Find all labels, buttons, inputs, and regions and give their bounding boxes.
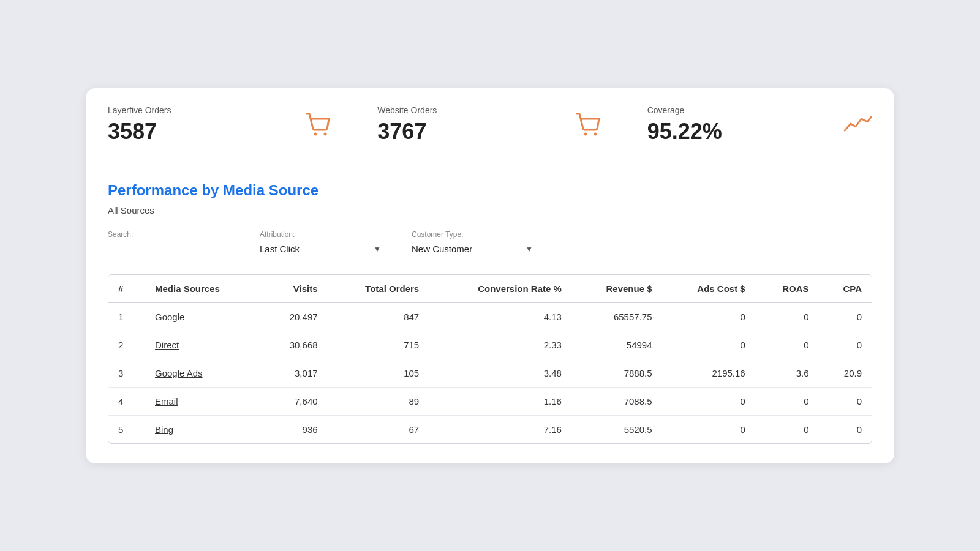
- source-link[interactable]: Bing: [155, 424, 173, 435]
- col-header-revenue: Revenue $: [571, 275, 662, 303]
- cell-num: 2: [108, 331, 145, 359]
- cell-revenue: 65557.75: [571, 302, 662, 331]
- cell-num: 4: [108, 387, 145, 415]
- table-row: 2 Direct 30,668 715 2.33 54994 0 0 0: [108, 331, 872, 359]
- cell-roas: 3.6: [755, 359, 819, 387]
- cell-ads-cost: 2195.16: [662, 359, 755, 387]
- table-body: 1 Google 20,497 847 4.13 65557.75 0 0 0 …: [108, 302, 872, 443]
- metric-coverage-text: Coverage 95.22%: [647, 105, 722, 144]
- cell-source: Google: [145, 302, 262, 331]
- cell-conversion-rate: 7.16: [429, 415, 571, 443]
- cell-total-orders: 105: [328, 359, 429, 387]
- table-row: 4 Email 7,640 89 1.16 7088.5 0 0 0: [108, 387, 872, 415]
- performance-table-wrapper: # Media Sources Visits Total Orders Conv…: [108, 274, 872, 444]
- attribution-label: Attribution:: [260, 230, 382, 239]
- cell-revenue: 5520.5: [571, 415, 662, 443]
- cell-total-orders: 89: [328, 387, 429, 415]
- metric-layerfive-text: Layerfive Orders 3587: [108, 105, 171, 144]
- metric-layerfive-label: Layerfive Orders: [108, 105, 171, 115]
- svg-point-2: [584, 132, 587, 135]
- trend-icon: [843, 109, 872, 141]
- source-link[interactable]: Email: [155, 396, 178, 407]
- cell-source: Email: [145, 387, 262, 415]
- customer-type-label: Customer Type:: [412, 230, 534, 239]
- performance-table: # Media Sources Visits Total Orders Conv…: [108, 275, 872, 443]
- cell-revenue: 7088.5: [571, 387, 662, 415]
- cell-ads-cost: 0: [662, 331, 755, 359]
- source-link[interactable]: Google: [155, 312, 184, 322]
- cell-revenue: 7888.5: [571, 359, 662, 387]
- metric-website-text: Website Orders 3767: [377, 105, 437, 144]
- metric-website-label: Website Orders: [377, 105, 437, 115]
- cell-cpa: 0: [819, 387, 872, 415]
- section-title: Performance by Media Source: [108, 182, 872, 199]
- col-header-visits: Visits: [262, 275, 327, 303]
- cart-icon-website: [573, 109, 603, 141]
- cell-conversion-rate: 4.13: [429, 302, 571, 331]
- col-header-num: #: [108, 275, 145, 303]
- cell-source: Bing: [145, 415, 262, 443]
- cell-roas: 0: [755, 387, 819, 415]
- cell-cpa: 0: [819, 331, 872, 359]
- search-filter-group: Search:: [108, 230, 230, 257]
- cell-conversion-rate: 1.16: [429, 387, 571, 415]
- cell-source: Direct: [145, 331, 262, 359]
- metric-layerfive-orders: Layerfive Orders 3587: [86, 88, 355, 162]
- cell-source: Google Ads: [145, 359, 262, 387]
- performance-body: Performance by Media Source All Sources …: [86, 162, 894, 463]
- filters-row: Search: Attribution: Last Click ▼ Custom…: [108, 230, 872, 257]
- attribution-filter-group: Attribution: Last Click ▼: [260, 230, 382, 257]
- cart-icon-layerfive: [303, 109, 333, 141]
- cell-conversion-rate: 2.33: [429, 331, 571, 359]
- attribution-select[interactable]: Last Click: [260, 241, 382, 257]
- metric-layerfive-value: 3587: [108, 119, 171, 144]
- customer-type-filter-group: Customer Type: New Customer ▼: [412, 230, 534, 257]
- cell-visits: 936: [262, 415, 327, 443]
- customer-type-select[interactable]: New Customer: [412, 241, 534, 257]
- source-link[interactable]: Direct: [155, 340, 179, 350]
- cell-revenue: 54994: [571, 331, 662, 359]
- cell-cpa: 0: [819, 302, 872, 331]
- col-header-roas: ROAS: [755, 275, 819, 303]
- col-header-conversion-rate: Conversion Rate %: [429, 275, 571, 303]
- cell-visits: 30,668: [262, 331, 327, 359]
- col-header-cpa: CPA: [819, 275, 872, 303]
- table-row: 5 Bing 936 67 7.16 5520.5 0 0 0: [108, 415, 872, 443]
- cell-num: 1: [108, 302, 145, 331]
- svg-point-3: [594, 132, 597, 135]
- cell-visits: 7,640: [262, 387, 327, 415]
- cell-roas: 0: [755, 415, 819, 443]
- cell-roas: 0: [755, 331, 819, 359]
- cell-visits: 20,497: [262, 302, 327, 331]
- cell-ads-cost: 0: [662, 415, 755, 443]
- metric-website-value: 3767: [377, 119, 437, 144]
- cell-ads-cost: 0: [662, 302, 755, 331]
- section-subtitle: All Sources: [108, 205, 872, 216]
- col-header-ads-cost: Ads Cost $: [662, 275, 755, 303]
- metric-coverage: Coverage 95.22%: [625, 88, 894, 162]
- cell-visits: 3,017: [262, 359, 327, 387]
- cell-cpa: 20.9: [819, 359, 872, 387]
- col-header-media-sources: Media Sources: [145, 275, 262, 303]
- search-input[interactable]: [108, 241, 230, 257]
- search-label: Search:: [108, 230, 230, 239]
- cell-roas: 0: [755, 302, 819, 331]
- table-row: 1 Google 20,497 847 4.13 65557.75 0 0 0: [108, 302, 872, 331]
- cell-total-orders: 67: [328, 415, 429, 443]
- main-card: Layerfive Orders 3587 Website Orders 376…: [86, 88, 894, 463]
- metric-coverage-value: 95.22%: [647, 119, 722, 144]
- cell-conversion-rate: 3.48: [429, 359, 571, 387]
- metrics-row: Layerfive Orders 3587 Website Orders 376…: [86, 88, 894, 162]
- table-header-row: # Media Sources Visits Total Orders Conv…: [108, 275, 872, 303]
- cell-cpa: 0: [819, 415, 872, 443]
- svg-point-1: [324, 132, 327, 135]
- cell-num: 3: [108, 359, 145, 387]
- source-link[interactable]: Google Ads: [155, 368, 203, 378]
- cell-ads-cost: 0: [662, 387, 755, 415]
- metric-coverage-label: Coverage: [647, 105, 722, 115]
- cell-total-orders: 847: [328, 302, 429, 331]
- svg-point-0: [314, 132, 317, 135]
- cell-total-orders: 715: [328, 331, 429, 359]
- metric-website-orders: Website Orders 3767: [355, 88, 625, 162]
- col-header-total-orders: Total Orders: [328, 275, 429, 303]
